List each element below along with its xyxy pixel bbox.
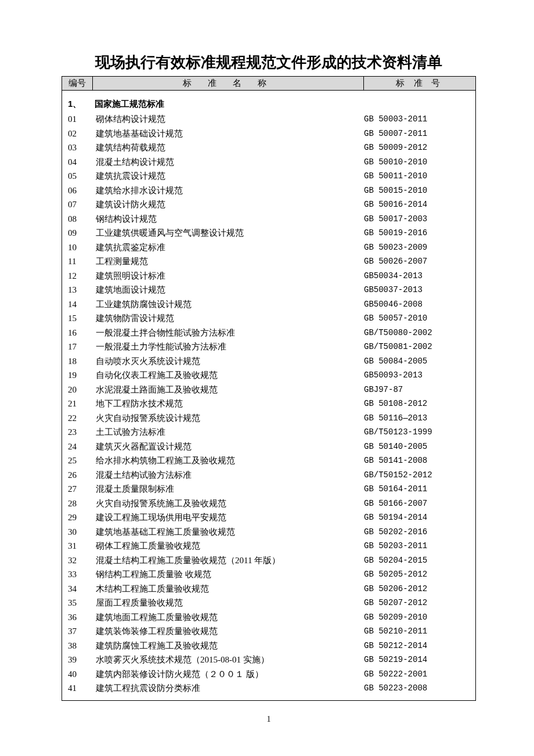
standard-name: 一般混凝土力学性能试验方法标准 [96,340,364,354]
standard-code: GB 50019-2016 [364,226,470,240]
standard-code: GB 50141-2008 [364,453,470,468]
row-number: 08 [68,212,96,226]
standard-name: 砌体结构设计规范 [96,112,364,127]
standard-name: 钢结构工程施工质量验 收规范 [96,567,364,582]
standard-name: 建筑地面工程施工质量验收规范 [96,610,364,625]
row-number: 40 [68,667,96,682]
table-row: 36建筑地面工程施工质量验收规范GB 50209-2010 [68,610,470,625]
row-number: 05 [68,169,96,183]
standard-code: GB 50015-2010 [364,183,470,198]
row-number: 02 [68,127,96,141]
row-number: 10 [68,240,96,255]
standard-name: 建筑地基基础工程施工质量验收规范 [96,525,364,539]
row-number: 24 [68,440,96,454]
table-row: 35屋面工程质量验收规范GB 50207-2012 [68,596,470,610]
section-lead-number: 1、 [68,99,92,110]
standard-name: 建筑抗震设计规范 [96,169,364,183]
row-number: 26 [68,468,96,483]
standard-code: GB 50210-2011 [364,624,470,639]
standard-code: GB 50204-2015 [364,553,470,568]
table-row: 39水喷雾灭火系统技术规范（2015-08-01 实施）GB 50219-201… [68,653,470,667]
standard-name: 建筑设计防火规范 [96,197,364,212]
table-row: 09工业建筑供暖通风与空气调整设计规范GB 50019-2016 [68,226,470,240]
document-page: 现场执行有效标准规程规范文件形成的技术资料清单 编号 标 准 名 称 标 准 号… [0,0,534,747]
row-number: 14 [68,297,96,312]
table-body: 1、 国家施工规范标准 01砌体结构设计规范GB 50003-201102建筑地… [62,91,475,700]
row-number: 12 [68,269,96,283]
standard-code: GB/T50152-2012 [364,468,470,483]
standard-code: GB 50057-2010 [364,311,470,326]
row-number: 35 [68,596,96,610]
standard-code: GB 50084-2005 [364,354,470,369]
table-row: 07建筑设计防火规范GB 50016-2014 [68,197,470,212]
standard-name: 水喷雾灭火系统技术规范（2015-08-01 实施） [96,653,364,667]
table-row: 24建筑灭火器配置设计规范GB 50140-2005 [68,440,470,454]
standard-code: GB/T50123-1999 [364,425,470,440]
standard-name: 木结构工程施工质量验收规范 [96,582,364,596]
table-row: 14工业建筑防腐蚀设计规范GB50046-2008 [68,297,470,312]
row-number: 04 [68,155,96,170]
standard-code: GB 50026-2007 [364,254,470,269]
standard-code: GB 50016-2014 [364,197,470,212]
standard-code: GB50034-2013 [364,269,470,283]
standard-code: GBJ97-87 [364,383,470,397]
section-label: 国家施工规范标准 [95,99,164,109]
table-row: 25给水排水构筑物工程施工及验收规范GB 50141-2008 [68,453,470,468]
standard-name: 混凝土质量限制标准 [96,482,364,496]
standard-name: 建筑结构荷载规范 [96,141,364,155]
standard-code: GB 50194-2014 [364,510,470,525]
standard-name: 混凝土结构试验方法标准 [96,468,364,483]
standard-name: 混凝土结构工程施工质量验收规范（2011 年版） [96,553,364,568]
row-number: 20 [68,383,96,397]
header-col-name: 标 准 名 称 [93,77,364,90]
row-number: 33 [68,567,96,582]
row-number: 31 [68,539,96,553]
table-row: 23土工试验方法标准GB/T50123-1999 [68,425,470,440]
table-row: 41建筑工程抗震设防分类标准GB 50223-2008 [68,681,470,696]
table-header-row: 编号 标 准 名 称 标 准 号 [62,76,475,91]
standard-code: GB 50108-2012 [364,397,470,411]
row-number: 25 [68,453,96,468]
table-row: 28火灾自动报警系统施工及验收规范GB 50166-2007 [68,496,470,511]
row-number: 11 [68,254,96,269]
table-row: 13建筑地面设计规范GB50037-2013 [68,283,470,297]
standard-code: GB 50023-2009 [364,240,470,255]
standard-name: 水泥混凝土路面施工及验收规范 [96,383,364,397]
standard-code: GB 50017-2003 [364,212,470,226]
page-number: 1 [62,715,476,724]
standard-code: GB 50009-2012 [364,141,470,155]
row-number: 34 [68,582,96,596]
table-row: 02建筑地基基础设计规范GB 50007-2011 [68,127,470,141]
standard-code: GB 50140-2005 [364,440,470,454]
standard-code: GB 50003-2011 [364,112,470,127]
table-row: 15建筑物防雷设计规范GB 50057-2010 [68,311,470,326]
row-number: 16 [68,326,96,340]
header-col-code: 标 准 号 [364,77,475,90]
standard-code: GB 50223-2008 [364,681,470,696]
standard-name: 建设工程施工现场供用电平安规范 [96,510,364,525]
table-row: 34木结构工程施工质量验收规范GB 50206-2012 [68,582,470,596]
standard-code: GB 50164-2011 [364,482,470,496]
standard-name: 混凝土结构设计规范 [96,155,364,170]
table-row: 03建筑结构荷载规范GB 50009-2012 [68,141,470,155]
table-row: 40建筑内部装修设计防火规范（２００１ 版）GB 50222-2001 [68,667,470,682]
standard-code: GB 50202-2016 [364,525,470,539]
standard-name: 火灾自动报警系统施工及验收规范 [96,496,364,511]
row-number: 13 [68,283,96,297]
standard-name: 建筑物防雷设计规范 [96,311,364,326]
standard-name: 建筑地基基础设计规范 [96,127,364,141]
document-title: 现场执行有效标准规程规范文件形成的技术资料清单 [62,52,476,73]
table-row: 04混凝土结构设计规范GB 50010-2010 [68,155,470,170]
table-row: 18自动喷水灭火系统设计规范GB 50084-2005 [68,354,470,369]
table-row: 38建筑防腐蚀工程施工及验收规范GB 50212-2014 [68,639,470,653]
row-number: 28 [68,496,96,511]
row-number: 03 [68,141,96,155]
table-row: 30建筑地基基础工程施工质量验收规范GB 50202-2016 [68,525,470,539]
table-row: 12建筑照明设计标准GB50034-2013 [68,269,470,283]
standard-code: GB 50209-2010 [364,610,470,625]
table-row: 27混凝土质量限制标准GB 50164-2011 [68,482,470,496]
table-row: 37建筑装饰装修工程质量验收规范GB 50210-2011 [68,624,470,639]
standard-name: 火灾自动报警系统设计规范 [96,411,364,426]
row-number: 15 [68,311,96,326]
standard-name: 地下工程防水技术规范 [96,397,364,411]
